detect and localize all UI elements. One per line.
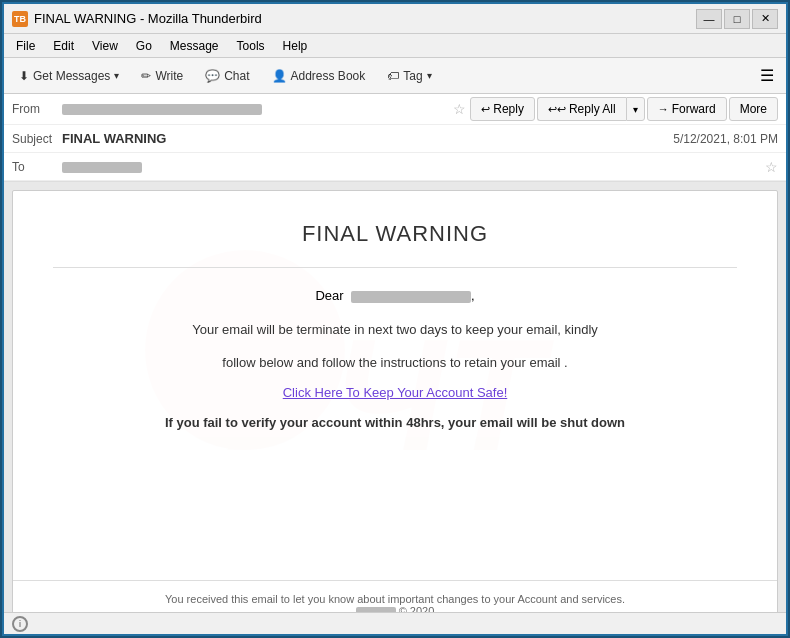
reply-icon: ↩ [481, 103, 490, 116]
write-button[interactable]: ✏ Write [132, 65, 192, 87]
chat-icon: 💬 [205, 69, 220, 83]
close-button[interactable]: ✕ [752, 9, 778, 29]
write-label: Write [155, 69, 183, 83]
subject-label: Subject [12, 132, 62, 146]
email-body-area: PЧT FINAL WARNING Dear , Your email will… [4, 182, 786, 612]
footer-text: You received this email to let you know … [33, 593, 757, 605]
get-messages-arrow-icon: ▾ [114, 70, 119, 81]
get-messages-icon: ⬇ [19, 69, 29, 83]
tag-button[interactable]: 🏷 Tag ▾ [378, 65, 440, 87]
keep-account-safe-link[interactable]: Click Here To Keep Your Account Safe! [53, 385, 737, 400]
maximize-button[interactable]: □ [724, 9, 750, 29]
from-value [62, 102, 453, 116]
more-button[interactable]: More [729, 97, 778, 121]
title-bar-left: TB FINAL WARNING - Mozilla Thunderbird [12, 11, 262, 27]
window-controls[interactable]: — □ ✕ [696, 9, 778, 29]
forward-icon: → [658, 103, 669, 115]
from-redacted [62, 104, 262, 115]
to-label: To [12, 160, 62, 174]
menu-file[interactable]: File [8, 37, 43, 55]
email-para-1: Your email will be terminate in next two… [53, 318, 737, 341]
get-messages-label: Get Messages [33, 69, 110, 83]
reply-all-group: ↩↩ Reply All ▾ [537, 97, 645, 121]
reply-toolbar: ↩ Reply ↩↩ Reply All ▾ → F [470, 97, 778, 121]
forward-label: Forward [672, 102, 716, 116]
menu-help[interactable]: Help [275, 37, 316, 55]
dear-text: Dear [315, 288, 343, 303]
window-title: FINAL WARNING - Mozilla Thunderbird [34, 11, 262, 26]
to-star-button[interactable]: ☆ [765, 159, 778, 175]
chat-label: Chat [224, 69, 249, 83]
reply-button[interactable]: ↩ Reply [470, 97, 535, 121]
email-content: PЧT FINAL WARNING Dear , Your email will… [12, 190, 778, 612]
main-window: TB FINAL WARNING - Mozilla Thunderbird —… [2, 2, 788, 636]
menu-edit[interactable]: Edit [45, 37, 82, 55]
email-divider [53, 267, 737, 268]
footer-logo-redacted [356, 607, 396, 612]
email-date: 5/12/2021, 8:01 PM [673, 132, 778, 146]
menu-bar: File Edit View Go Message Tools Help [4, 34, 786, 58]
menu-tools[interactable]: Tools [229, 37, 273, 55]
menu-message[interactable]: Message [162, 37, 227, 55]
header-actions: ☆ ↩ Reply ↩↩ Reply All ▾ [453, 97, 778, 121]
email-title: FINAL WARNING [53, 221, 737, 247]
copyright-text: © 2020 [399, 605, 435, 612]
tag-icon: 🏷 [387, 69, 399, 83]
more-label: More [740, 102, 767, 116]
title-bar: TB FINAL WARNING - Mozilla Thunderbird —… [4, 4, 786, 34]
hamburger-icon[interactable]: ☰ [754, 65, 780, 86]
tag-arrow-icon: ▾ [427, 70, 432, 81]
menu-go[interactable]: Go [128, 37, 160, 55]
menu-view[interactable]: View [84, 37, 126, 55]
write-icon: ✏ [141, 69, 151, 83]
to-row: To ☆ [4, 153, 786, 181]
recipient-redacted [351, 291, 471, 303]
from-row: From ☆ ↩ Reply ↩↩ Reply All [4, 94, 786, 125]
tag-label: Tag [403, 69, 422, 83]
status-bar: i [4, 612, 786, 634]
to-redacted [62, 162, 142, 173]
chat-button[interactable]: 💬 Chat [196, 65, 258, 87]
email-warning: If you fail to verify your account withi… [53, 415, 737, 430]
footer-copyright: © 2020 [33, 605, 757, 612]
reply-label: Reply [493, 102, 524, 116]
to-value [62, 160, 765, 174]
address-book-button[interactable]: 👤 Address Book [263, 65, 375, 87]
email-text: FINAL WARNING Dear , Your email will be … [13, 191, 777, 580]
status-icon: i [12, 616, 28, 632]
email-header: From ☆ ↩ Reply ↩↩ Reply All [4, 94, 786, 182]
reply-all-icon: ↩↩ [548, 103, 566, 116]
thunderbird-icon: TB [12, 11, 28, 27]
star-button[interactable]: ☆ [453, 101, 466, 117]
subject-row: Subject FINAL WARNING 5/12/2021, 8:01 PM [4, 125, 786, 153]
address-book-label: Address Book [291, 69, 366, 83]
subject-value: FINAL WARNING [62, 131, 673, 146]
minimize-button[interactable]: — [696, 9, 722, 29]
reply-all-button[interactable]: ↩↩ Reply All [537, 97, 626, 121]
email-para-2: follow below and follow the instructions… [53, 351, 737, 374]
main-toolbar: ⬇ Get Messages ▾ ✏ Write 💬 Chat 👤 Addres… [4, 58, 786, 94]
email-dear: Dear , [53, 288, 737, 303]
forward-button[interactable]: → Forward [647, 97, 727, 121]
reply-all-dropdown-button[interactable]: ▾ [626, 97, 645, 121]
address-book-icon: 👤 [272, 69, 287, 83]
reply-all-dropdown-icon: ▾ [633, 104, 638, 115]
from-label: From [12, 102, 62, 116]
toolbar-right: ☰ [754, 66, 780, 85]
get-messages-button[interactable]: ⬇ Get Messages ▾ [10, 65, 128, 87]
reply-all-label: Reply All [569, 102, 616, 116]
email-footer: You received this email to let you know … [13, 580, 777, 612]
